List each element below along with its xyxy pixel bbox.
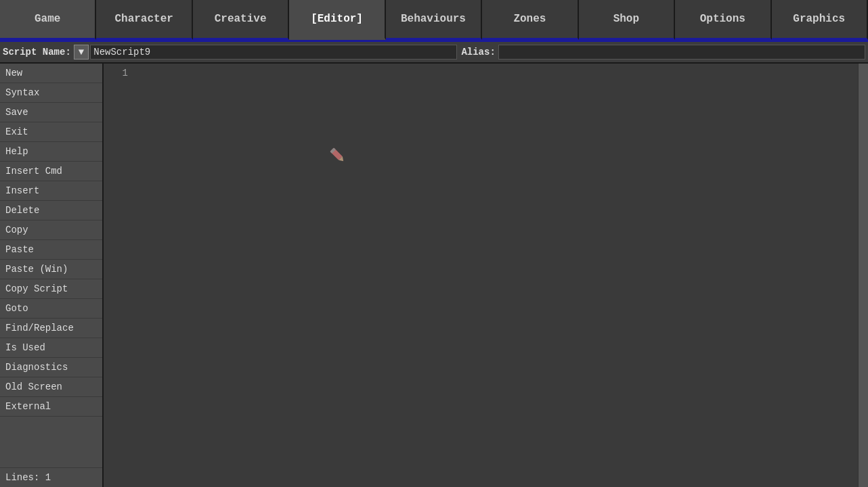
sidebar-item-exit[interactable]: Exit — [0, 122, 102, 142]
alias-input[interactable] — [498, 45, 865, 60]
main-area: NewSyntaxSaveExitHelpInsert CmdInsertDel… — [0, 64, 868, 487]
nav-tab-game[interactable]: Game — [0, 0, 96, 40]
script-name-label: Script Name: — [3, 47, 71, 57]
sidebar-item-delete[interactable]: Delete — [0, 201, 102, 221]
sidebar-item-insert[interactable]: Insert — [0, 181, 102, 201]
sidebar-item-save[interactable]: Save — [0, 103, 102, 122]
script-bar: Script Name: ▼ Alias: — [0, 42, 868, 64]
nav-tab-zones[interactable]: Zones — [482, 0, 578, 40]
sidebar-item-syntax[interactable]: Syntax — [0, 83, 102, 103]
sidebar-item-copy[interactable]: Copy — [0, 221, 102, 240]
sidebar-item-find-replace[interactable]: Find/Replace — [0, 319, 102, 338]
sidebar-item-diagnostics[interactable]: Diagnostics — [0, 358, 102, 377]
line-number-1: 1 — [106, 66, 128, 80]
sidebar-item-insert-cmd[interactable]: Insert Cmd — [0, 162, 102, 181]
sidebar-spacer — [0, 417, 102, 467]
nav-tab-graphics[interactable]: Graphics — [772, 0, 868, 40]
sidebar-item-paste-win[interactable]: Paste (Win) — [0, 260, 102, 279]
sidebar: NewSyntaxSaveExitHelpInsert CmdInsertDel… — [0, 64, 104, 487]
nav-tab-options[interactable]: Options — [675, 0, 771, 40]
nav-tab-behaviours[interactable]: Behaviours — [386, 0, 482, 40]
alias-label: Alias: — [461, 47, 495, 57]
script-dropdown-button[interactable]: ▼ — [74, 45, 89, 60]
line-numbers: 1 — [104, 64, 131, 487]
nav-tab-character[interactable]: Character — [96, 0, 192, 40]
sidebar-item-external[interactable]: External — [0, 397, 102, 417]
sidebar-item-paste[interactable]: Paste — [0, 240, 102, 260]
nav-tab-editor[interactable]: [Editor] — [289, 0, 385, 40]
top-navigation: GameCharacterCreative[Editor]BehavioursZ… — [0, 0, 868, 42]
sidebar-item-goto[interactable]: Goto — [0, 299, 102, 319]
sidebar-item-copy-script[interactable]: Copy Script — [0, 279, 102, 299]
code-editor[interactable] — [131, 64, 858, 487]
nav-tab-creative[interactable]: Creative — [193, 0, 289, 40]
sidebar-item-is-used[interactable]: Is Used — [0, 338, 102, 358]
scrollbar[interactable] — [858, 64, 868, 487]
sidebar-item-new[interactable]: New — [0, 64, 102, 83]
sidebar-item-old-screen[interactable]: Old Screen — [0, 377, 102, 397]
sidebar-item-help[interactable]: Help — [0, 142, 102, 162]
sidebar-footer-lines: Lines: 1 — [0, 467, 102, 487]
nav-tab-shop[interactable]: Shop — [579, 0, 675, 40]
editor-area: 1 — [104, 64, 868, 487]
script-name-input[interactable] — [90, 45, 457, 60]
